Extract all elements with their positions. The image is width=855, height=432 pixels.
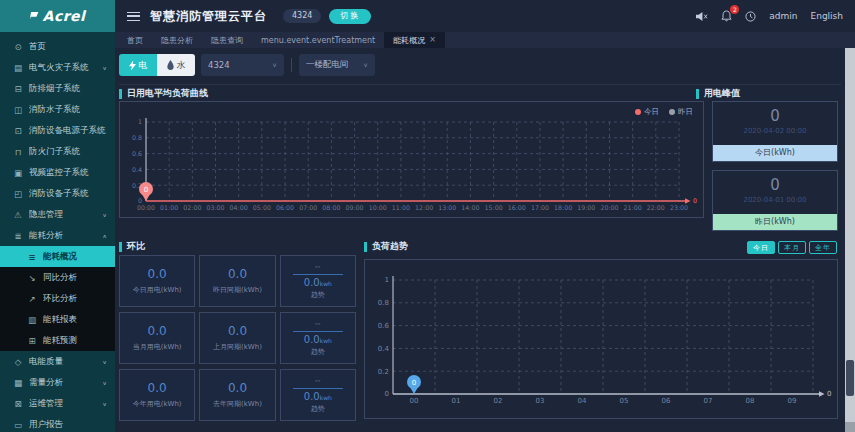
svg-text:20:00: 20:00 [600,204,618,211]
menu-collapse-icon[interactable] [127,12,140,21]
sidebar-item-yoy-analysis[interactable]: ↘同比分析 [0,267,115,288]
svg-text:14:00: 14:00 [461,204,479,211]
legend-item[interactable]: 昨日 [669,107,693,117]
sidebar-item-ops-mgmt[interactable]: ⊠运维管理∨ [0,393,115,414]
chevron-down-icon: ∨ [363,62,368,69]
svg-text:09:00: 09:00 [345,204,363,211]
chevron-down-icon: ∨ [102,211,107,217]
sidebar-item-video-monitor[interactable]: ▣视频监控子系统 [0,162,115,183]
switch-project-button[interactable]: 切换 [329,9,371,24]
svg-text:13:00: 13:00 [438,204,456,211]
svg-text:03: 03 [536,397,545,405]
close-tab-icon[interactable]: × [429,36,436,44]
scrollbar-thumb[interactable] [846,360,854,396]
tab-energy-overview[interactable]: 能耗概况× [384,32,445,48]
sidebar-item-user-report[interactable]: ▭用户报告 [0,414,115,432]
water-toggle-button[interactable]: 水 [157,54,195,76]
tab-event-treatment[interactable]: menu.event.eventTreatment [252,32,384,48]
svg-text:0.2: 0.2 [378,368,389,376]
language-switch[interactable]: English [811,11,844,21]
lightning-icon [129,60,136,71]
sidebar-item-label: 电气火灾子系统 [29,62,96,74]
notification-bell-icon[interactable]: 2 [721,10,732,22]
sidebar-item-hazard-mgmt[interactable]: ⚠隐患管理∨ [0,204,115,225]
tab-hazard-analysis[interactable]: 隐患分析 [152,32,202,48]
tab-hazard-query[interactable]: 隐患查询 [202,32,252,48]
title-accent-bar [696,89,699,99]
home-icon: ⊙ [13,42,23,52]
huanbi-value-cell: 0.0当月用电(kWh) [119,312,195,364]
chart-legend: 今日昨日 [635,107,693,117]
sidebar-item-fire-power[interactable]: ⊡消防设备电源子系统 [0,120,115,141]
trend-divider [293,274,344,275]
huanbi-value-cell: 0.0今年用电(kWh) [119,369,195,421]
logo-text: Acrel [43,8,86,24]
svg-text:08:00: 08:00 [322,204,340,211]
section-title-text: 用电峰值 [704,87,740,100]
elec-fire-icon: ▤ [13,63,23,73]
fire-door-icon: ⊓ [13,147,23,157]
huanbi-label: 当月用电(kWh) [133,342,182,352]
station-select[interactable]: 4324 ∨ [201,54,284,76]
sidebar-item-fire-device[interactable]: ◰消防设备子系统 [0,183,115,204]
sidebar-item-mom-analysis[interactable]: ↗环比分析 [0,288,115,309]
huanbi-grid: 0.0今日用电(kWh)0.0昨日同期(kWh)--0.0kwh趋势0.0当月用… [119,255,356,421]
sidebar-item-label: 能耗报表 [43,314,107,326]
svg-text:0.8: 0.8 [378,299,389,307]
range-button-year[interactable]: 全年 [809,241,837,254]
huanbi-title: 环比 [119,240,145,253]
tab-home[interactable]: 首页 [118,32,152,48]
logo: Acrel [0,0,115,32]
legend-item[interactable]: 今日 [635,107,659,117]
svg-text:10:00: 10:00 [369,204,387,211]
legend-label: 今日 [644,107,659,117]
filter-row: 电 水 4324 ∨ 一楼配电间 ∨ [119,54,375,76]
sidebar-item-power-quality[interactable]: ◇电能质量∨ [0,351,115,372]
sidebar-item-energy-forecast[interactable]: ⊞能耗预测 [0,330,115,351]
tab-label: 能耗概况 [393,35,425,46]
huanbi-value: 0.0 [148,381,167,395]
huanbi-value: 0.0 [228,267,247,281]
sidebar-item-elec-fire[interactable]: ▤电气火灾子系统∨ [0,57,115,78]
sidebar-item-fire-door[interactable]: ⊓防火门子系统 [0,141,115,162]
video-monitor-icon: ▣ [13,168,23,178]
sidebar-item-label: 隐患管理 [29,209,96,221]
huanbi-value-cell: 0.0去年同期(kWh) [199,369,275,421]
load-trend-title: 负荷趋势 [364,240,408,253]
sidebar-item-energy-overview[interactable]: ≡能耗概况 [0,246,115,267]
range-button-month[interactable]: 本月 [778,241,806,254]
scrollbar[interactable] [845,48,855,432]
username[interactable]: admin [769,11,797,21]
svg-text:08: 08 [746,397,755,405]
notification-count-badge: 2 [730,5,739,14]
mute-speaker-icon[interactable] [695,11,708,22]
trend-unit: kwh [320,337,332,344]
sidebar-item-energy-analysis[interactable]: ≣能耗分析∧ [0,225,115,246]
sidebar-item-label: 视频监控子系统 [29,167,107,179]
clock-icon[interactable] [745,11,756,22]
svg-text:04: 04 [578,397,587,405]
sidebar-item-fire-water[interactable]: ◫消防水子系统 [0,99,115,120]
svg-text:0.4: 0.4 [132,166,142,173]
sidebar-item-smoke-control[interactable]: ⊟防排烟子系统 [0,78,115,99]
sidebar-item-label: 电能质量 [29,356,96,368]
svg-text:05:00: 05:00 [253,204,271,211]
svg-text:18:00: 18:00 [554,204,572,211]
trend-divider [293,331,344,332]
chevron-down-icon: ∨ [102,400,107,406]
peak-card-label: 今日(kWh) [713,145,837,161]
water-drop-icon [167,60,174,70]
range-button-today[interactable]: 今日 [747,241,775,254]
svg-text:05: 05 [620,397,629,405]
room-select[interactable]: 一楼配电间 ∨ [299,54,375,76]
svg-text:0.6: 0.6 [132,150,142,157]
sidebar-item-demand-analysis[interactable]: ▦需量分析∨ [0,372,115,393]
legend-dot [635,109,641,115]
sidebar-item-home[interactable]: ⊙首页 [0,36,115,57]
svg-text:0: 0 [693,197,697,204]
sidebar-item-energy-report[interactable]: ▥能耗报表 [0,309,115,330]
fire-power-icon: ⊡ [13,126,23,136]
electric-toggle-button[interactable]: 电 [119,54,157,76]
peak-card-label: 昨日(kWh) [713,214,837,230]
section-title-text: 环比 [127,240,145,253]
